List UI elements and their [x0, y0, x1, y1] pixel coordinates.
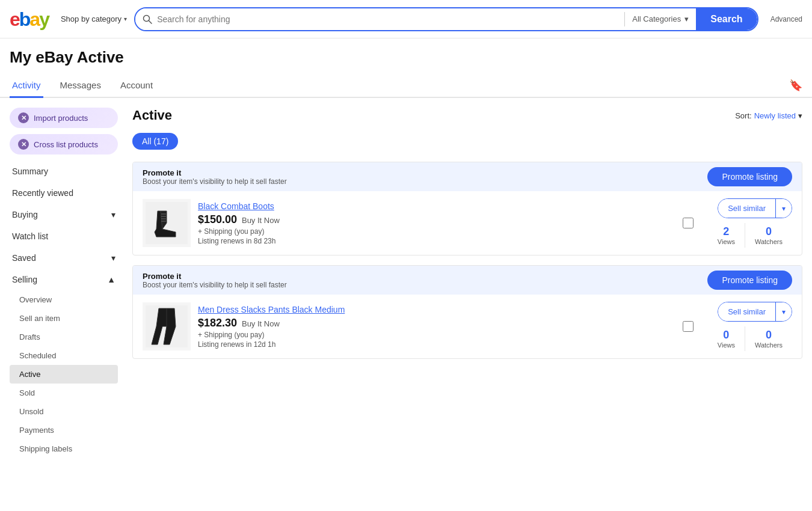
- page-title: My eBay Active: [10, 48, 802, 67]
- listing-shipping-2: + Shipping (you pay): [198, 331, 668, 339]
- sidebar-sub-payments[interactable]: Payments: [10, 421, 118, 439]
- sidebar-sub-unsold[interactable]: Unsold: [10, 402, 118, 421]
- watchers-value-1: 0: [755, 225, 783, 238]
- filter-all-pill[interactable]: All (17): [132, 133, 178, 150]
- sidebar-saved-label: Saved: [12, 253, 36, 263]
- sidebar-sub-overview[interactable]: Overview: [10, 290, 118, 309]
- advanced-link[interactable]: Advanced: [770, 15, 802, 23]
- promote-banner-text-2: Promote it Boost your item's visibility …: [143, 271, 287, 289]
- buying-chevron-icon: ▾: [111, 210, 115, 219]
- sell-similar-dropdown-1[interactable]: ▾: [775, 199, 792, 218]
- content-area: Active Sort: Newly listed ▾ All (17) Pro…: [132, 108, 802, 458]
- promote-banner-text-1: Promote it Boost your item's visibility …: [143, 168, 287, 186]
- sidebar-item-buying[interactable]: Buying ▾: [10, 204, 118, 225]
- tabs-bar: Activity Messages Account 🔖: [0, 74, 812, 98]
- import-x-icon: ✕: [18, 112, 29, 123]
- listing-renews-2: Listing renews in 12d 1h: [198, 340, 668, 349]
- sidebar-sub-shipping-labels[interactable]: Shipping labels: [10, 439, 118, 458]
- sidebar-item-summary[interactable]: Summary: [10, 161, 118, 182]
- sidebar-summary-label: Summary: [12, 167, 48, 176]
- content-title: Active: [132, 108, 172, 123]
- listing-title-2[interactable]: Men Dress Slacks Pants Black Medium: [198, 305, 668, 314]
- sidebar-item-watch-list[interactable]: Watch list: [10, 225, 118, 247]
- sidebar-sub-scheduled[interactable]: Scheduled: [10, 346, 118, 365]
- sort-chevron-icon: ▾: [798, 111, 802, 120]
- sidebar-sub-sell-an-item[interactable]: Sell an item: [10, 309, 118, 328]
- sidebar-item-saved[interactable]: Saved ▾: [10, 247, 118, 269]
- watchers-stat-2: 0 Watchers: [745, 326, 792, 351]
- watchers-label-1: Watchers: [755, 238, 783, 245]
- tab-account[interactable]: Account: [118, 74, 155, 98]
- sidebar-sub-sold[interactable]: Sold: [10, 384, 118, 402]
- sidebar-sub-active[interactable]: Active: [10, 365, 118, 384]
- listing-body-2: Men Dress Slacks Pants Black Medium $182…: [133, 295, 802, 358]
- listing-stats-1: 2 Views 0 Watchers: [708, 223, 792, 248]
- logo-e: e: [10, 8, 19, 30]
- listing-actions-1: Sell similar ▾ 2 Views 0 Watchers: [708, 198, 792, 248]
- sell-similar-chevron-icon-1: ▾: [782, 204, 786, 213]
- cross-list-products-label: Cross list products: [34, 140, 98, 149]
- selling-chevron-icon: ▲: [107, 275, 115, 284]
- cross-list-products-button[interactable]: ✕ Cross list products: [10, 134, 118, 155]
- tab-messages[interactable]: Messages: [58, 74, 103, 98]
- import-products-button[interactable]: ✕ Import products: [10, 108, 118, 128]
- tab-activity[interactable]: Activity: [10, 74, 43, 98]
- promote-listing-button-2[interactable]: Promote listing: [707, 271, 792, 290]
- search-input[interactable]: [157, 14, 617, 24]
- sell-similar-chevron-icon-2: ▾: [782, 308, 786, 316]
- tabs-left: Activity Messages Account: [10, 74, 155, 97]
- sidebar-buying-label: Buying: [12, 210, 38, 219]
- header: ebay Shop by category ▾ All Categories ▾…: [0, 0, 812, 38]
- search-bar: All Categories ▾ Search: [134, 7, 758, 31]
- listing-card-2: Promote it Boost your item's visibility …: [132, 265, 802, 359]
- pants-image: [146, 305, 188, 347]
- listing-shipping-1: + Shipping (you pay): [198, 227, 668, 236]
- listing-body-1: Black Combat Boots $150.00 Buy It Now + …: [133, 191, 802, 255]
- listing-title-1[interactable]: Black Combat Boots: [198, 201, 668, 211]
- views-stat-2: 0 Views: [708, 326, 745, 351]
- search-button[interactable]: Search: [696, 8, 757, 30]
- listing-renews-1: Listing renews in 8d 23h: [198, 237, 668, 245]
- views-value-2: 0: [718, 329, 735, 341]
- cross-list-x-icon: ✕: [18, 139, 29, 150]
- sidebar-sub-drafts[interactable]: Drafts: [10, 328, 118, 346]
- shop-by-category-button[interactable]: Shop by category ▾: [61, 14, 127, 23]
- ebay-logo[interactable]: ebay: [10, 10, 49, 29]
- promote-banner-title-1: Promote it: [143, 168, 181, 177]
- promote-banner-1: Promote it Boost your item's visibility …: [133, 162, 802, 191]
- sell-similar-button-1[interactable]: Sell similar: [718, 199, 775, 218]
- sell-similar-wrapper-1: Sell similar ▾: [718, 198, 792, 218]
- listing-actions-2: Sell similar ▾ 0 Views 0 Watchers: [708, 302, 792, 351]
- sidebar-item-selling[interactable]: Selling ▲: [10, 269, 118, 290]
- listing-image-2: [143, 302, 191, 350]
- svg-line-1: [149, 20, 152, 23]
- promote-listing-button-1[interactable]: Promote listing: [707, 167, 792, 186]
- sidebar: ✕ Import products ✕ Cross list products …: [10, 108, 118, 458]
- listing-info-2: Men Dress Slacks Pants Black Medium $182…: [198, 305, 668, 349]
- listing-checkbox-1[interactable]: [683, 218, 694, 228]
- sell-similar-button-2[interactable]: Sell similar: [718, 302, 775, 321]
- filter-bar: All (17): [132, 133, 802, 150]
- watchers-value-2: 0: [755, 329, 783, 341]
- watchers-label-2: Watchers: [755, 341, 783, 349]
- sort-value: Newly listed: [754, 111, 796, 120]
- bookmark-icon[interactable]: 🔖: [789, 79, 802, 92]
- listing-info-1: Black Combat Boots $150.00 Buy It Now + …: [198, 201, 668, 245]
- promote-banner-2: Promote it Boost your item's visibility …: [133, 266, 802, 295]
- views-label-1: Views: [718, 238, 735, 245]
- sidebar-watch-list-label: Watch list: [12, 231, 48, 241]
- watchers-stat-1: 0 Watchers: [745, 223, 792, 248]
- listing-checkbox-2[interactable]: [683, 321, 694, 332]
- sort-control[interactable]: Sort: Newly listed ▾: [735, 111, 802, 120]
- sort-label: Sort:: [735, 111, 751, 120]
- category-select[interactable]: All Categories ▾: [625, 8, 696, 30]
- listing-price-type-1: Buy It Now: [242, 216, 280, 225]
- logo-b: b: [19, 8, 30, 30]
- search-input-wrapper: [135, 8, 624, 30]
- sidebar-recently-viewed-label: Recently viewed: [12, 188, 73, 198]
- chevron-down-icon: ▾: [124, 16, 127, 22]
- content-header: Active Sort: Newly listed ▾: [132, 108, 802, 123]
- sell-similar-dropdown-2[interactable]: ▾: [775, 302, 792, 321]
- boot-image: [146, 202, 188, 244]
- sidebar-item-recently-viewed[interactable]: Recently viewed: [10, 182, 118, 204]
